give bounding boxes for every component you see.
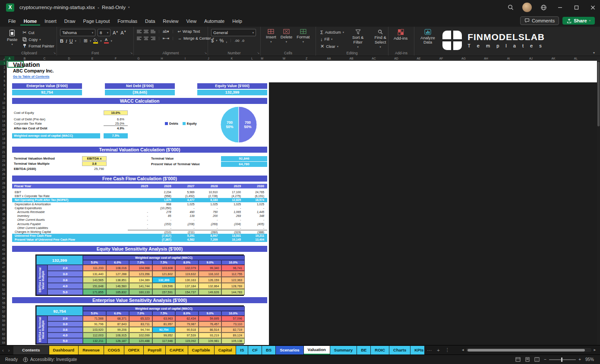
analyze-data-button[interactable]: Analyze Data <box>417 28 438 45</box>
sheet-tab-charts[interactable]: Charts <box>389 346 410 355</box>
terminal-value-cell[interactable]: 92,846 <box>221 156 267 161</box>
zoom-in-button[interactable]: + <box>578 357 581 362</box>
fcf-cell[interactable] <box>128 190 151 194</box>
ev-sens-wacc-col-7.0%[interactable]: 7.0% <box>129 311 152 316</box>
row-header-64[interactable]: 64 <box>0 341 6 345</box>
fcf-cell[interactable] <box>128 234 151 238</box>
fcf-cell[interactable] <box>128 230 151 234</box>
ev-sens-cell[interactable]: 59,695 <box>199 316 222 321</box>
equity-sens-cell[interactable]: 138,851 <box>106 277 129 283</box>
number-dialog-launcher[interactable]: ↘ <box>257 51 259 55</box>
ev-sens-cell[interactable]: 115,092 <box>175 338 199 344</box>
equity-sens-cell[interactable]: 130,163 <box>175 277 199 283</box>
equity-sens-cell[interactable]: 146,560 <box>106 283 129 289</box>
equity-sens-cell[interactable]: 112,755 <box>221 271 245 277</box>
menu-item-automate[interactable]: Automate <box>201 16 228 25</box>
equity-sens-cell[interactable]: 160,133 <box>129 289 152 295</box>
fcf-cell[interactable]: - <box>174 206 198 210</box>
ev-sens-cell[interactable]: 92,754 <box>152 327 176 333</box>
equity-sens-cell[interactable]: 157,591 <box>152 289 176 295</box>
alignment-dialog-launcher[interactable]: ↘ <box>204 51 207 55</box>
row-header-6[interactable]: 6 <box>0 83 6 87</box>
equity-sens-cell[interactable]: 128,769 <box>221 283 245 289</box>
ev-sens-cell[interactable]: 76,457 <box>199 321 222 327</box>
row-header-35[interactable]: 35 <box>0 212 6 216</box>
row-header-52[interactable]: 52 <box>0 287 6 292</box>
row-header-57[interactable]: 57 <box>0 310 6 314</box>
row-header-21[interactable]: 21 <box>0 150 6 154</box>
ev-sens-cell[interactable]: 105,138 <box>221 338 245 344</box>
align-bottom-icon[interactable] <box>151 30 155 34</box>
fcf-cell[interactable]: - <box>128 218 151 222</box>
fill-button[interactable]: ↓Fill▾ <box>319 36 345 42</box>
share-button[interactable]: Share ▾ <box>562 17 595 25</box>
ev-sens-cell[interactable]: 89,124 <box>221 333 245 338</box>
row-header-5[interactable]: 5 <box>0 78 6 83</box>
fcf-cell[interactable]: (558) <box>151 194 174 198</box>
sort-filter-button[interactable]: Sort & Filter▾ <box>348 28 368 50</box>
fcf-cell[interactable]: (153) <box>151 222 174 226</box>
row-header-20[interactable]: 20 <box>0 145 6 150</box>
ev-sens-multiple-3.0[interactable]: 3.0 <box>47 321 83 327</box>
scroll-right-arrow[interactable]: ► <box>591 348 598 352</box>
ev-sens-cell[interactable]: 102,099 <box>129 333 152 338</box>
row-header-19[interactable]: 19 <box>0 141 6 145</box>
scroll-left-arrow[interactable]: ◄ <box>459 348 466 352</box>
fcf-cell[interactable]: - <box>221 206 244 210</box>
column-header-b[interactable]: B <box>20 56 29 61</box>
enterprise-value-cell[interactable]: 92,754 <box>12 90 82 95</box>
row-header-30[interactable]: 30 <box>0 190 6 194</box>
close-button[interactable] <box>585 0 600 15</box>
scrollbar-thumb[interactable] <box>467 349 585 351</box>
row-header-46[interactable]: 46 <box>0 260 6 265</box>
row-header-22[interactable]: 22 <box>0 154 6 158</box>
column-header-ah[interactable]: AH <box>481 56 491 61</box>
row-header-33[interactable]: 33 <box>0 203 6 207</box>
fcf-cell[interactable]: 10,145 <box>221 238 244 242</box>
ev-sens-multiple-5.0[interactable]: 5.0 <box>47 338 83 344</box>
fcf-cell[interactable] <box>128 202 151 206</box>
fcf-cell[interactable]: 13,531 <box>221 234 244 238</box>
row-header-16[interactable]: 16 <box>0 127 6 132</box>
equity-sens-cell[interactable]: 111,233 <box>83 265 106 271</box>
fcf-cell[interactable]: (260) <box>197 230 221 234</box>
ev-sens-wacc-col-7.5%[interactable]: 7.5% <box>152 311 176 316</box>
paste-button[interactable]: Paste▾ <box>5 28 19 47</box>
row-header-45[interactable]: 45 <box>0 256 6 260</box>
row-header-47[interactable]: 47 <box>0 265 6 270</box>
column-header-aj[interactable]: AJ <box>526 56 536 61</box>
sheet-tab-be[interactable]: BE <box>357 346 370 355</box>
row-header-40[interactable]: 40 <box>0 234 6 238</box>
fcf-cell[interactable]: (4,275) <box>221 194 244 198</box>
collapse-ribbon-button[interactable]: ▾ <box>593 51 595 55</box>
search-icon[interactable] <box>503 0 518 15</box>
fcf-cell[interactable]: 17,100 <box>221 190 244 194</box>
menu-item-file[interactable]: File <box>5 16 19 25</box>
fcf-cell[interactable]: 1,675 <box>151 198 174 202</box>
page-break-view-icon[interactable] <box>534 357 540 362</box>
row-header-12[interactable]: 12 <box>0 110 6 114</box>
fcf-cell[interactable]: 5,969 <box>174 190 198 194</box>
ev-sens-cell[interactable]: 120,488 <box>129 338 152 344</box>
row-header-7[interactable]: 7 <box>0 88 6 92</box>
row-header-10[interactable]: 10 <box>0 101 6 105</box>
percent-format-button[interactable]: % <box>219 38 224 43</box>
menu-item-formulas[interactable]: Formulas <box>114 16 141 25</box>
equity-sens-cell[interactable]: 134,389 <box>129 277 152 283</box>
ev-sens-cell[interactable]: 79,987 <box>175 321 199 327</box>
fcf-cell[interactable] <box>128 198 151 202</box>
row-header-23[interactable]: 23 <box>0 159 6 163</box>
cost-of-equity-cell[interactable]: 10.0% <box>104 110 128 115</box>
row-header-9[interactable]: 9 <box>0 96 6 100</box>
addins-button[interactable]: Add-ins <box>392 28 410 41</box>
row-header-39[interactable]: 39 <box>0 229 6 234</box>
equity-sens-cell[interactable]: 131,440 <box>83 271 106 277</box>
row-header-26[interactable]: 26 <box>0 172 6 176</box>
row-header-8[interactable]: 8 <box>0 92 6 96</box>
menu-item-review[interactable]: Review <box>159 16 182 25</box>
row-header-18[interactable]: 18 <box>0 136 6 141</box>
equity-sens-cell[interactable]: 149,626 <box>199 289 222 295</box>
equity-sens-cell[interactable]: 139,596 <box>152 283 176 289</box>
fcf-cell[interactable]: - <box>244 218 267 222</box>
column-header-e[interactable]: E <box>88 56 97 61</box>
